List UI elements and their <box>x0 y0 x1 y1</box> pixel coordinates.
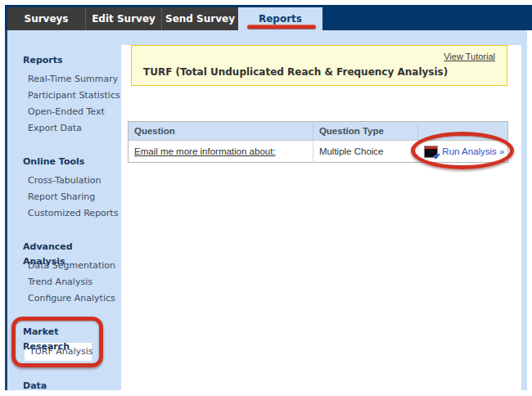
checkmark-icon: ✔ <box>433 152 440 161</box>
tab-reports-label: Reports <box>259 13 302 25</box>
action-cell: ✔ Run Analysis » <box>418 141 508 163</box>
table-header-row: Question Question Type <box>128 122 508 141</box>
view-tutorial-link[interactable]: View Tutorial <box>444 52 495 61</box>
sidebar-title-advanced-analysis: Advanced Analysis <box>23 240 108 254</box>
sidebar-item-real-time-summary[interactable]: Real-Time Summary <box>23 71 108 88</box>
top-tab-bar: Surveys Edit Survey Send Survey Reports <box>5 5 532 30</box>
sidebar-section-online-tools: Online Tools Cross-Tabulation Report Sha… <box>23 155 108 222</box>
sidebar-item-cross-tabulation[interactable]: Cross-Tabulation <box>23 173 108 189</box>
page-body: Reports Real-Time Summary Participant St… <box>5 30 527 390</box>
tab-send-survey[interactable]: Send Survey <box>161 7 238 30</box>
sidebar-item-configure-analytics[interactable]: Configure Analytics <box>23 290 108 307</box>
turf-header-box: TURF (Total Unduplicated Reach & Frequen… <box>131 45 507 86</box>
main-panel: TURF (Total Unduplicated Reach & Frequen… <box>121 45 521 390</box>
question-cell: Email me more information about: <box>128 141 313 163</box>
tab-edit-survey[interactable]: Edit Survey <box>85 7 161 30</box>
sidebar-title-market-research: Market Research <box>23 325 108 340</box>
sidebar-item-data-segmentation[interactable]: Data Segmentation <box>23 258 108 274</box>
tab-surveys[interactable]: Surveys <box>7 7 85 30</box>
page-title: TURF (Total Unduplicated Reach & Frequen… <box>143 66 448 78</box>
sidebar-title-data-management: Data Management <box>23 379 108 394</box>
sidebar-section-advanced-analysis: Advanced Analysis Data Segmentation Tren… <box>23 240 108 307</box>
sidebar-nav: Reports Real-Time Summary Participant St… <box>7 30 121 390</box>
sidebar-item-export-data[interactable]: Export Data <box>23 120 108 137</box>
sidebar-item-open-ended-text[interactable]: Open-Ended Text <box>23 104 108 120</box>
sidebar-section-data-management: Data Management <box>23 379 108 394</box>
run-analysis-icon: ✔ <box>424 146 438 158</box>
sidebar-item-participant-statistics[interactable]: Participant Statistics <box>23 88 108 104</box>
run-analysis-icon-titlebar <box>425 146 437 149</box>
sidebar-section-market-research: Market Research TURF Analysis <box>23 325 108 361</box>
question-table: Question Question Type Email me more inf… <box>128 121 508 163</box>
sidebar-item-customized-reports[interactable]: Customized Reports <box>23 205 108 222</box>
sidebar-section-reports: Reports Real-Time Summary Participant St… <box>23 53 108 137</box>
sidebar-title-reports: Reports <box>23 53 108 68</box>
app-window: Surveys Edit Survey Send Survey Reports … <box>0 0 532 396</box>
column-header-question-type: Question Type <box>313 122 417 141</box>
table-row: Email me more information about: Multipl… <box>128 141 508 163</box>
column-header-question: Question <box>128 122 313 141</box>
sidebar-item-trend-analysis[interactable]: Trend Analysis <box>23 274 108 290</box>
question-type-cell: Multiple Choice <box>313 141 417 163</box>
column-header-action <box>418 122 508 141</box>
tab-reports[interactable]: Reports <box>238 7 322 30</box>
question-link[interactable]: Email me more information about: <box>134 146 276 156</box>
sidebar-item-turf-analysis[interactable]: TURF Analysis <box>25 343 92 361</box>
sidebar-item-report-sharing[interactable]: Report Sharing <box>23 189 108 205</box>
run-analysis-link[interactable]: Run Analysis » <box>442 146 504 156</box>
sidebar-title-online-tools: Online Tools <box>23 155 108 169</box>
annotation-underline-reports <box>247 25 316 29</box>
